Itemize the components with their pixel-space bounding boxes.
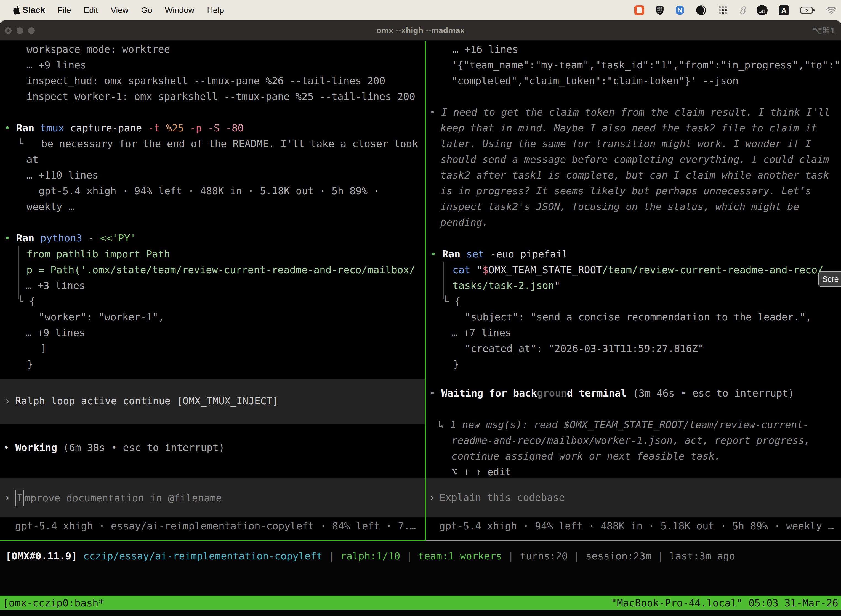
inject-status-text: Ralph loop active continue [OMX_TMUX_INJ… bbox=[15, 393, 278, 409]
terminal-line: … +3 lines bbox=[25, 278, 85, 293]
terminal-pane-left[interactable]: › Ralph loop active continue [OMX_TMUX_I… bbox=[0, 41, 425, 540]
prompt-chevron-icon: › bbox=[4, 490, 10, 505]
pane-bottom-border-right bbox=[426, 540, 841, 541]
tmux-status-bar[interactable]: [omx-cczip0:bash* "MacBook-Pro-44.local"… bbox=[0, 595, 841, 610]
terminal-line: └ { bbox=[18, 293, 35, 309]
block-connector-line bbox=[18, 246, 19, 299]
terminal-line: gpt-5.4 xhigh · 94% left · 488K in · 5.1… bbox=[439, 518, 834, 534]
prompt-placeholder: Explain this codebase bbox=[439, 490, 565, 505]
terminal-line: keep that in mind. Maybe I also need the… bbox=[440, 120, 817, 136]
terminal-line: at bbox=[26, 151, 38, 167]
terminal-line: cat "$OMX_TEAM_STATE_ROOT/team/review-cu… bbox=[453, 262, 823, 278]
terminal-line: └ be necessary for the end of the README… bbox=[18, 136, 418, 151]
camera-61-badge-icon[interactable]: ..61 bbox=[757, 5, 768, 15]
tmux-session-label[interactable]: [omx-cczip0:bash* bbox=[3, 597, 104, 609]
terminal-line: readme-and-reco/mailbox/worker-1.json, a… bbox=[451, 433, 810, 448]
window-title: omx --xhigh --madmax bbox=[377, 26, 464, 35]
menu-app-name[interactable]: Slack bbox=[23, 5, 45, 15]
screenshot-chat-icon[interactable] bbox=[634, 5, 644, 15]
menu-item-edit[interactable]: Edit bbox=[84, 6, 98, 15]
terminal-line: • Ran python3 - <<'PY' bbox=[4, 230, 136, 246]
omx-status-line: [OMX#0.11.9] cczip/essay/ai-reimplementa… bbox=[0, 548, 841, 564]
shield-grid-icon[interactable] bbox=[655, 5, 664, 15]
sync-blue-icon[interactable] bbox=[675, 5, 684, 16]
text-cursor: I bbox=[15, 490, 24, 506]
terminal-line: inspect_hud: omx sparkshell --tmux-pane … bbox=[26, 73, 385, 89]
terminal-line: pending. bbox=[440, 214, 488, 230]
squiggle-icon[interactable]: 8 bbox=[739, 5, 746, 16]
terminal-line: later. Using the same for transition mig… bbox=[440, 136, 811, 151]
terminal-line: gpt-5.4 xhigh · essay/ai-reimplementatio… bbox=[15, 518, 416, 534]
pane-bottom-border-left bbox=[0, 540, 426, 541]
zoom-button[interactable] bbox=[28, 27, 35, 34]
contrast-icon[interactable] bbox=[696, 5, 707, 16]
terminal-line: … +7 lines bbox=[451, 325, 511, 340]
prompt-input-left[interactable]: › Improve documentation in @filename bbox=[0, 478, 425, 518]
terminal-line: weekly … bbox=[26, 199, 74, 214]
terminal-line: continue assigned work or next feasible … bbox=[451, 448, 721, 464]
menu-item-help[interactable]: Help bbox=[207, 6, 224, 15]
terminal-line: workspace_mode: worktree bbox=[26, 41, 170, 57]
menu-item-file[interactable]: File bbox=[58, 6, 71, 15]
terminal-line: inspect_worker-1: omx sparkshell --tmux-… bbox=[26, 89, 415, 104]
terminal-line: … +16 lines bbox=[453, 41, 518, 57]
terminal-line: } bbox=[453, 356, 459, 372]
window-title-bar[interactable]: omx --xhigh --madmax ⌥⌘1 bbox=[0, 21, 841, 41]
terminal-line: ] bbox=[41, 340, 47, 356]
terminal-line: from pathlib import Path bbox=[26, 246, 170, 262]
apple-menu-icon[interactable] bbox=[13, 6, 21, 15]
menu-item-window[interactable]: Window bbox=[165, 6, 195, 15]
prompt-placeholder: Improve documentation in @filename bbox=[15, 490, 222, 506]
terminal-line: '{"team_name":"my-team","task_id":"1","f… bbox=[451, 57, 840, 73]
terminal-line: is in progress? It seems likely but perh… bbox=[440, 183, 811, 199]
terminal-line: "worker": "worker-1", bbox=[39, 309, 164, 325]
terminal-line: • Waiting for background terminal (3m 46… bbox=[429, 385, 794, 401]
terminal-line: gpt-5.4 xhigh · 94% left · 488K in · 5.1… bbox=[39, 183, 379, 199]
terminal-line: } bbox=[27, 356, 33, 372]
terminal-line: • Ran set -euo pipefail bbox=[431, 246, 568, 262]
terminal-line: task2 after task1 is complete, but can I… bbox=[440, 167, 829, 183]
terminal-line: p = Path('.omx/state/team/review-current… bbox=[26, 262, 415, 278]
terminal-window: omx --xhigh --madmax ⌥⌘1 › Ralph loop ac… bbox=[0, 21, 841, 616]
prompt-input-right[interactable]: › Explain this codebase bbox=[426, 478, 841, 518]
menu-bar: Slack File Edit View Go Window Help 8 ..… bbox=[0, 0, 841, 21]
close-button[interactable] bbox=[5, 27, 12, 34]
menu-item-go[interactable]: Go bbox=[141, 6, 152, 15]
menu-item-view[interactable]: View bbox=[111, 6, 128, 15]
minimize-button[interactable] bbox=[16, 27, 23, 34]
wifi-icon[interactable] bbox=[826, 6, 837, 14]
inject-status-band: › Ralph loop active continue [OMX_TMUX_I… bbox=[0, 378, 425, 424]
terminal-line: └ { bbox=[442, 293, 460, 309]
tmux-host-clock: "MacBook-Pro-44.local" 05:03 31-Mar-26 bbox=[611, 597, 838, 609]
terminal-line: tasks/task-2.json" bbox=[453, 278, 560, 293]
terminal-line: should send a message before completing … bbox=[440, 151, 829, 167]
terminal-line: ⌥ + ↑ edit bbox=[451, 464, 511, 480]
terminal-line: • Working (6m 38s • esc to interrupt) bbox=[3, 440, 224, 455]
terminal-line: … +9 lines bbox=[26, 57, 86, 73]
keyboard-a-icon[interactable]: A bbox=[779, 5, 789, 15]
window-shortcut-badge: ⌥⌘1 bbox=[813, 26, 835, 35]
terminal-line: • I need to get the claim token from the… bbox=[429, 104, 830, 120]
terminal-line: inspect task2's JSON, focusing on the st… bbox=[440, 199, 799, 214]
dots-grid-icon[interactable] bbox=[718, 5, 728, 15]
terminal-line: [OMX#0.11.9] cczip/essay/ai-reimplementa… bbox=[6, 548, 735, 564]
terminal-line: "completed","claim_token":"claim-token"}… bbox=[451, 73, 738, 89]
battery-charging-icon[interactable] bbox=[800, 6, 815, 14]
terminal-line: • Ran tmux capture-pane -t %25 -p -S -80 bbox=[4, 120, 244, 136]
terminal-line: ↳ 1 new msg(s): read $OMX_TEAM_STATE_ROO… bbox=[438, 417, 809, 433]
prompt-chevron-icon: › bbox=[429, 490, 435, 505]
terminal-line: … +110 lines bbox=[26, 167, 98, 183]
chevron-icon: › bbox=[4, 393, 10, 409]
terminal-line: … +9 lines bbox=[25, 325, 85, 340]
terminal-line: "subject": "send a concise recommendatio… bbox=[464, 309, 812, 325]
terminal-line: "created_at": "2026-03-31T11:59:27.816Z" bbox=[464, 340, 704, 356]
traffic-lights bbox=[5, 21, 35, 41]
terminal-pane-right[interactable]: Scre › Explain this codebase … +16 lines… bbox=[426, 41, 841, 540]
menu-status-icons: 8 ..61 A bbox=[634, 5, 837, 16]
